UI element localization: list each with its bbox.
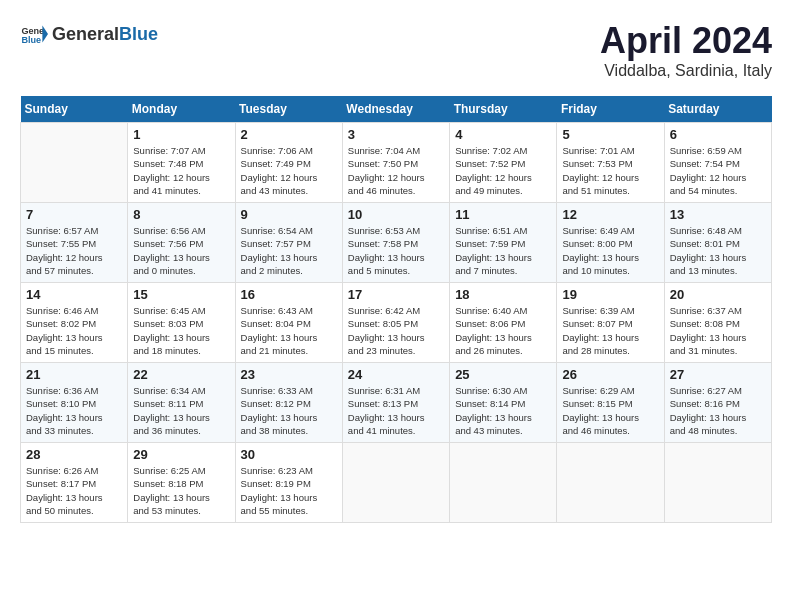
calendar-cell: 4Sunrise: 7:02 AM Sunset: 7:52 PM Daylig…: [450, 123, 557, 203]
logo-icon: Gene Blue: [20, 20, 48, 48]
day-info: Sunrise: 6:36 AM Sunset: 8:10 PM Dayligh…: [26, 384, 122, 437]
calendar-cell: 14Sunrise: 6:46 AM Sunset: 8:02 PM Dayli…: [21, 283, 128, 363]
calendar-cell: 10Sunrise: 6:53 AM Sunset: 7:58 PM Dayli…: [342, 203, 449, 283]
svg-marker-2: [42, 26, 48, 43]
day-number: 28: [26, 447, 122, 462]
day-info: Sunrise: 7:06 AM Sunset: 7:49 PM Dayligh…: [241, 144, 337, 197]
calendar-week-5: 28Sunrise: 6:26 AM Sunset: 8:17 PM Dayli…: [21, 443, 772, 523]
day-info: Sunrise: 6:25 AM Sunset: 8:18 PM Dayligh…: [133, 464, 229, 517]
title-block: April 2024 Viddalba, Sardinia, Italy: [600, 20, 772, 80]
day-info: Sunrise: 6:29 AM Sunset: 8:15 PM Dayligh…: [562, 384, 658, 437]
day-number: 11: [455, 207, 551, 222]
day-info: Sunrise: 6:53 AM Sunset: 7:58 PM Dayligh…: [348, 224, 444, 277]
day-number: 8: [133, 207, 229, 222]
day-number: 29: [133, 447, 229, 462]
day-number: 24: [348, 367, 444, 382]
day-info: Sunrise: 6:51 AM Sunset: 7:59 PM Dayligh…: [455, 224, 551, 277]
calendar-cell: 12Sunrise: 6:49 AM Sunset: 8:00 PM Dayli…: [557, 203, 664, 283]
day-number: 14: [26, 287, 122, 302]
calendar-cell: 29Sunrise: 6:25 AM Sunset: 8:18 PM Dayli…: [128, 443, 235, 523]
calendar-cell: [21, 123, 128, 203]
calendar-table: SundayMondayTuesdayWednesdayThursdayFrid…: [20, 96, 772, 523]
calendar-week-1: 1Sunrise: 7:07 AM Sunset: 7:48 PM Daylig…: [21, 123, 772, 203]
weekday-header-friday: Friday: [557, 96, 664, 123]
calendar-cell: [664, 443, 771, 523]
day-number: 26: [562, 367, 658, 382]
calendar-week-2: 7Sunrise: 6:57 AM Sunset: 7:55 PM Daylig…: [21, 203, 772, 283]
month-title: April 2024: [600, 20, 772, 62]
location-subtitle: Viddalba, Sardinia, Italy: [600, 62, 772, 80]
calendar-cell: 27Sunrise: 6:27 AM Sunset: 8:16 PM Dayli…: [664, 363, 771, 443]
day-info: Sunrise: 6:26 AM Sunset: 8:17 PM Dayligh…: [26, 464, 122, 517]
calendar-cell: 30Sunrise: 6:23 AM Sunset: 8:19 PM Dayli…: [235, 443, 342, 523]
day-info: Sunrise: 6:37 AM Sunset: 8:08 PM Dayligh…: [670, 304, 766, 357]
day-info: Sunrise: 6:46 AM Sunset: 8:02 PM Dayligh…: [26, 304, 122, 357]
day-number: 15: [133, 287, 229, 302]
day-info: Sunrise: 6:31 AM Sunset: 8:13 PM Dayligh…: [348, 384, 444, 437]
calendar-cell: 16Sunrise: 6:43 AM Sunset: 8:04 PM Dayli…: [235, 283, 342, 363]
weekday-header-sunday: Sunday: [21, 96, 128, 123]
calendar-cell: 28Sunrise: 6:26 AM Sunset: 8:17 PM Dayli…: [21, 443, 128, 523]
day-number: 21: [26, 367, 122, 382]
day-info: Sunrise: 6:39 AM Sunset: 8:07 PM Dayligh…: [562, 304, 658, 357]
calendar-cell: [450, 443, 557, 523]
day-info: Sunrise: 6:30 AM Sunset: 8:14 PM Dayligh…: [455, 384, 551, 437]
day-number: 23: [241, 367, 337, 382]
calendar-cell: 8Sunrise: 6:56 AM Sunset: 7:56 PM Daylig…: [128, 203, 235, 283]
day-info: Sunrise: 7:02 AM Sunset: 7:52 PM Dayligh…: [455, 144, 551, 197]
calendar-cell: 17Sunrise: 6:42 AM Sunset: 8:05 PM Dayli…: [342, 283, 449, 363]
day-info: Sunrise: 6:23 AM Sunset: 8:19 PM Dayligh…: [241, 464, 337, 517]
day-info: Sunrise: 7:04 AM Sunset: 7:50 PM Dayligh…: [348, 144, 444, 197]
day-number: 30: [241, 447, 337, 462]
day-info: Sunrise: 6:43 AM Sunset: 8:04 PM Dayligh…: [241, 304, 337, 357]
calendar-cell: [557, 443, 664, 523]
svg-text:Blue: Blue: [21, 35, 41, 45]
day-info: Sunrise: 6:56 AM Sunset: 7:56 PM Dayligh…: [133, 224, 229, 277]
calendar-cell: 13Sunrise: 6:48 AM Sunset: 8:01 PM Dayli…: [664, 203, 771, 283]
calendar-cell: 25Sunrise: 6:30 AM Sunset: 8:14 PM Dayli…: [450, 363, 557, 443]
day-info: Sunrise: 6:40 AM Sunset: 8:06 PM Dayligh…: [455, 304, 551, 357]
day-info: Sunrise: 6:34 AM Sunset: 8:11 PM Dayligh…: [133, 384, 229, 437]
day-info: Sunrise: 6:33 AM Sunset: 8:12 PM Dayligh…: [241, 384, 337, 437]
calendar-cell: 19Sunrise: 6:39 AM Sunset: 8:07 PM Dayli…: [557, 283, 664, 363]
logo-general-text: General: [52, 24, 119, 44]
calendar-cell: 18Sunrise: 6:40 AM Sunset: 8:06 PM Dayli…: [450, 283, 557, 363]
weekday-header-wednesday: Wednesday: [342, 96, 449, 123]
day-info: Sunrise: 7:07 AM Sunset: 7:48 PM Dayligh…: [133, 144, 229, 197]
day-number: 4: [455, 127, 551, 142]
calendar-cell: 24Sunrise: 6:31 AM Sunset: 8:13 PM Dayli…: [342, 363, 449, 443]
calendar-cell: 22Sunrise: 6:34 AM Sunset: 8:11 PM Dayli…: [128, 363, 235, 443]
day-info: Sunrise: 6:54 AM Sunset: 7:57 PM Dayligh…: [241, 224, 337, 277]
calendar-cell: 21Sunrise: 6:36 AM Sunset: 8:10 PM Dayli…: [21, 363, 128, 443]
logo: Gene Blue GeneralBlue: [20, 20, 158, 48]
calendar-cell: 7Sunrise: 6:57 AM Sunset: 7:55 PM Daylig…: [21, 203, 128, 283]
day-number: 1: [133, 127, 229, 142]
calendar-cell: [342, 443, 449, 523]
page-header: Gene Blue GeneralBlue April 2024 Viddalb…: [20, 20, 772, 80]
day-info: Sunrise: 6:45 AM Sunset: 8:03 PM Dayligh…: [133, 304, 229, 357]
weekday-header-row: SundayMondayTuesdayWednesdayThursdayFrid…: [21, 96, 772, 123]
day-info: Sunrise: 6:57 AM Sunset: 7:55 PM Dayligh…: [26, 224, 122, 277]
day-number: 18: [455, 287, 551, 302]
day-info: Sunrise: 6:59 AM Sunset: 7:54 PM Dayligh…: [670, 144, 766, 197]
day-number: 17: [348, 287, 444, 302]
day-info: Sunrise: 6:27 AM Sunset: 8:16 PM Dayligh…: [670, 384, 766, 437]
day-number: 16: [241, 287, 337, 302]
calendar-cell: 26Sunrise: 6:29 AM Sunset: 8:15 PM Dayli…: [557, 363, 664, 443]
day-number: 20: [670, 287, 766, 302]
day-info: Sunrise: 7:01 AM Sunset: 7:53 PM Dayligh…: [562, 144, 658, 197]
weekday-header-tuesday: Tuesday: [235, 96, 342, 123]
calendar-cell: 15Sunrise: 6:45 AM Sunset: 8:03 PM Dayli…: [128, 283, 235, 363]
weekday-header-monday: Monday: [128, 96, 235, 123]
weekday-header-thursday: Thursday: [450, 96, 557, 123]
calendar-week-3: 14Sunrise: 6:46 AM Sunset: 8:02 PM Dayli…: [21, 283, 772, 363]
day-number: 6: [670, 127, 766, 142]
logo-blue-text: Blue: [119, 24, 158, 44]
weekday-header-saturday: Saturday: [664, 96, 771, 123]
calendar-cell: 9Sunrise: 6:54 AM Sunset: 7:57 PM Daylig…: [235, 203, 342, 283]
calendar-cell: 2Sunrise: 7:06 AM Sunset: 7:49 PM Daylig…: [235, 123, 342, 203]
calendar-cell: 6Sunrise: 6:59 AM Sunset: 7:54 PM Daylig…: [664, 123, 771, 203]
day-number: 22: [133, 367, 229, 382]
day-info: Sunrise: 6:48 AM Sunset: 8:01 PM Dayligh…: [670, 224, 766, 277]
day-number: 13: [670, 207, 766, 222]
